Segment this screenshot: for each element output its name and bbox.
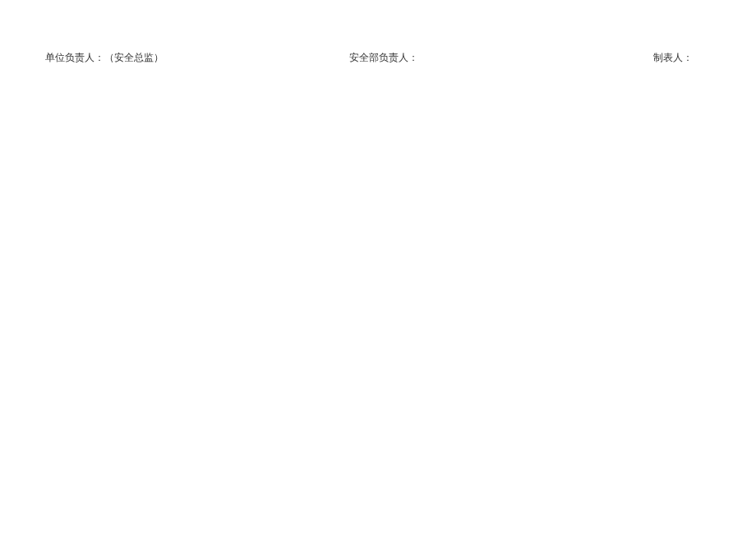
safety-leader-label: 安全部负责人：: [349, 52, 418, 63]
unit-leader-note: （安全总监）: [104, 52, 164, 63]
preparer-field: 制表人：: [653, 51, 693, 65]
signature-row: 单位负责人：（安全总监） 安全部负责人： 制表人：: [0, 51, 756, 65]
safety-leader-field: 安全部负责人：: [349, 51, 418, 65]
unit-leader-field: 单位负责人：（安全总监）: [45, 51, 164, 65]
preparer-label: 制表人：: [653, 52, 693, 63]
unit-leader-label: 单位负责人：: [45, 52, 104, 63]
